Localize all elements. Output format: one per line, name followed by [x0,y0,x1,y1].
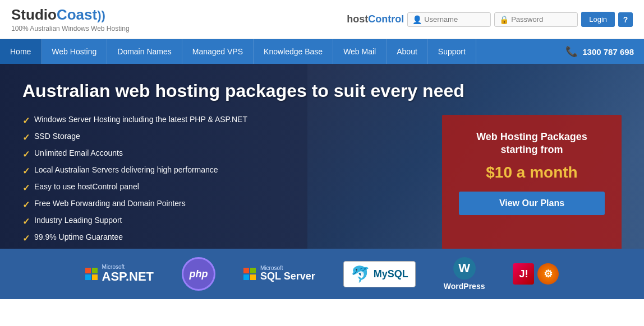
checkmark-icon: ✓ [22,183,30,193]
wordpress-label: WordPress [444,282,485,291]
list-item: ✓ Industry Leading Support [22,216,425,227]
sqlserver-text: Microsoft SQL Server [260,266,315,282]
password-input[interactable] [511,15,573,24]
feature-text: Local Australian Servers delivering high… [34,165,218,174]
list-item: ✓ Free Web Forwarding and Domain Pointer… [22,199,425,210]
list-item: ✓ SSD Storage [22,132,425,143]
logo-subtitle: 100% Australian Windows Web Hosting [11,25,130,32]
hero-content: Australian web hosting packages to suit … [0,64,644,249]
logo-coast: Coast [57,6,97,23]
wordpress-logo-icon: W [453,257,476,280]
hero-body: ✓ Windows Server Hosting including the l… [22,115,622,249]
nav-item-web-mail[interactable]: Web Mail [333,39,387,64]
hero-title: Australian web hosting packages to suit … [22,81,622,101]
partner-mysql: 🐬 MySQL [343,261,416,287]
mysql-text: MySQL [374,268,408,280]
aspnet-text: Microsoft ASP.NET [102,264,154,283]
logo: StudioCoast)) [11,6,130,24]
nav-item-domain-names[interactable]: Domain Names [107,39,182,64]
list-item: ✓ Local Australian Servers delivering hi… [22,165,425,176]
cta-box: Web Hosting Packages starting from $10 a… [442,115,622,249]
checkmark-icon: ✓ [22,199,30,210]
hero-features: ✓ Windows Server Hosting including the l… [22,115,425,249]
hostcontrol-label: hostControl [347,13,404,25]
mysql-dolphin-icon: 🐬 [351,265,370,283]
feature-text: Unlimited Email Accounts [34,148,123,157]
username-wrap: 👤 [407,12,491,27]
feature-text: Industry Leading Support [34,216,122,225]
nav-item-about[interactable]: About [387,39,428,64]
main-nav: Home Web Hosting Domain Names Managed VP… [0,39,644,64]
phone-number: 1300 787 698 [582,47,634,57]
nav-item-knowledge-base[interactable]: Knowledge Base [254,39,333,64]
microsoft-logo-icon [243,268,256,280]
login-area: hostControl 👤 🔒 Login ? [347,12,633,27]
phone-icon: 📞 [565,45,578,58]
cta-price: $10 a month [459,164,605,181]
joomla-icon: J! [513,263,534,285]
checkmark-icon: ✓ [22,166,30,176]
nav-item-home[interactable]: Home [0,39,42,64]
sqlserver-name: SQL Server [260,271,315,282]
nav-item-web-hosting[interactable]: Web Hosting [42,39,107,64]
feature-text: Easy to use hostControl panel [34,182,139,191]
partner-aspnet: Microsoft ASP.NET [85,264,154,283]
php-badge-icon: php [182,257,215,291]
password-wrap: 🔒 [494,12,578,27]
nav-phone: 📞 1300 787 698 [555,39,644,64]
nav-item-support[interactable]: Support [428,39,476,64]
partner-joomla-area: J! ⚙ [513,263,559,285]
list-item: ✓ Easy to use hostControl panel [22,182,425,193]
list-item: ✓ Unlimited Email Accounts [22,148,425,160]
header: StudioCoast)) 100% Australian Windows We… [0,0,644,39]
feature-text: Free Web Forwarding and Domain Pointers [34,199,186,208]
login-button[interactable]: Login [581,12,615,27]
other-cms-icon: ⚙ [537,263,559,285]
list-item: ✓ Windows Server Hosting including the l… [22,115,425,126]
partner-php: php [182,257,215,291]
logo-area: StudioCoast)) 100% Australian Windows We… [11,6,130,32]
feature-text: SSD Storage [34,132,80,141]
checkmark-icon: ✓ [22,149,30,160]
nav-item-managed-vps[interactable]: Managed VPS [182,39,254,64]
lock-icon: 🔒 [499,15,509,24]
list-item: ✓ 99.9% Uptime Guarantee [22,232,425,244]
partner-sqlserver: Microsoft SQL Server [243,266,315,282]
checkmark-icon: ✓ [22,132,30,143]
checkmark-icon: ✓ [22,216,30,227]
feature-text: 99.9% Uptime Guarantee [34,232,123,241]
help-button[interactable]: ? [618,12,633,27]
logo-studio: Studio [11,6,57,23]
feature-text: Windows Server Hosting including the lat… [34,115,247,124]
hero-section: Australian web hosting packages to suit … [0,64,644,249]
user-icon: 👤 [412,15,422,24]
logo-waves-icon: )) [97,8,105,22]
aspnet-name: ASP.NET [102,270,154,283]
username-input[interactable] [424,15,486,24]
checkmark-icon: ✓ [22,115,30,126]
microsoft-logo-icon [85,268,98,280]
checkmark-icon: ✓ [22,233,30,244]
view-plans-button[interactable]: View Our Plans [459,192,605,215]
partner-wordpress: W WordPress [444,257,485,291]
partners-bar: Microsoft ASP.NET php Microsoft SQL Serv… [0,249,644,299]
cta-title: Web Hosting Packages starting from [459,131,605,157]
